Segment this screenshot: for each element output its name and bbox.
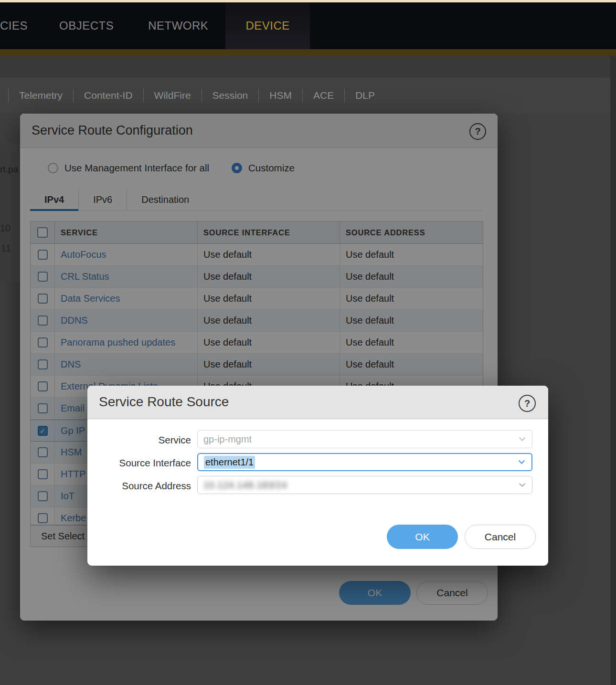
radio-button-icon[interactable]	[48, 163, 58, 173]
help-icon[interactable]: ?	[469, 123, 486, 140]
top-nav-network[interactable]: NETWORK	[131, 2, 225, 49]
top-nav-cies[interactable]: CIES	[0, 2, 42, 49]
chevron-down-icon[interactable]	[518, 435, 526, 443]
service-link[interactable]: AutoFocus	[61, 249, 106, 260]
source-interface-cell: Use default	[198, 354, 340, 375]
service-link[interactable]: IoT	[61, 491, 74, 502]
checkbox-icon[interactable]	[38, 250, 48, 260]
service-route-row[interactable]: Panorama pushed updatesUse defaultUse de…	[31, 332, 483, 354]
service-link[interactable]: DDNS	[61, 315, 88, 326]
ok-button[interactable]: OK	[387, 525, 458, 549]
chevron-down-icon[interactable]	[518, 481, 526, 489]
checkbox-icon[interactable]	[38, 359, 48, 369]
source-address-cell: Use default	[340, 266, 483, 287]
source-address-cell: Use default	[340, 354, 483, 375]
service-cell: DNS	[55, 354, 198, 375]
source-interface-cell: Use default	[198, 332, 340, 353]
top-nav-objects[interactable]: OBJECTS	[42, 2, 131, 49]
source-interface-cell: Use default	[198, 266, 340, 287]
source-address-cell: Use default	[340, 288, 483, 309]
tab-ipv6[interactable]: IPv6	[78, 189, 127, 211]
row-checkbox-cell	[31, 485, 55, 507]
checkbox-icon[interactable]	[38, 447, 48, 457]
row-checkbox-cell	[31, 442, 55, 463]
checkbox-icon[interactable]	[38, 513, 48, 523]
service-route-row[interactable]: AutoFocusUse defaultUse default	[31, 244, 483, 266]
service-cell: Data Services	[55, 288, 198, 309]
checkbox-checked-icon[interactable]: ✓	[38, 426, 48, 436]
dialog-header: Service Route Source ?	[87, 386, 548, 419]
service-link[interactable]: Kerbe	[61, 513, 86, 524]
row-checkbox-cell	[31, 376, 55, 397]
radio-button-selected-icon[interactable]	[232, 163, 242, 173]
top-nav-device[interactable]: DEVICE	[225, 2, 309, 49]
set-selected-label: Set Select	[41, 531, 85, 542]
ok-button[interactable]: OK	[339, 581, 411, 605]
sub-tab-wildfire[interactable]: WildFire	[143, 88, 202, 103]
column-header-service: SERVICE	[55, 221, 198, 243]
source-interface-cell: Use default	[198, 288, 340, 309]
header-band	[0, 56, 616, 78]
tab-destination[interactable]: Destination	[127, 189, 203, 211]
source-interface-value[interactable]: ethernet1/1	[204, 456, 255, 469]
checkbox-icon[interactable]	[38, 316, 48, 326]
service-link[interactable]: Panorama pushed updates	[61, 337, 175, 348]
version-tabs: IPv4 IPv6 Destination	[30, 189, 483, 211]
service-link[interactable]: Data Services	[61, 293, 120, 304]
source-interface-cell: Use default	[198, 310, 340, 331]
source-interface-field-label: Source Interface	[96, 457, 191, 469]
row-checkbox-cell: ✓	[31, 420, 55, 441]
service-route-row[interactable]: Data ServicesUse defaultUse default	[31, 288, 483, 310]
service-cell: AutoFocus	[55, 244, 198, 265]
sub-tab-session[interactable]: Session	[202, 88, 259, 103]
checkbox-icon[interactable]	[38, 337, 48, 348]
sub-tab-telemetry[interactable]: Telemetry	[8, 88, 73, 103]
service-link[interactable]: DNS	[61, 359, 81, 370]
service-route-row[interactable]: DNSUse defaultUse default	[31, 354, 483, 376]
tab-ipv4[interactable]: IPv4	[30, 189, 78, 211]
dialog-header: Service Route Configuration ?	[20, 114, 498, 148]
sub-tab-ace[interactable]: ACE	[302, 88, 344, 103]
source-address-dropdown[interactable]: 10.124.148.183/24	[197, 476, 532, 494]
source-address-value-obscured: 10.124.148.183/24	[203, 480, 287, 491]
source-interface-dropdown[interactable]: ethernet1/1	[197, 453, 532, 471]
row-checkbox-cell	[31, 354, 55, 375]
help-icon[interactable]: ?	[519, 395, 536, 412]
radio-label: Use Management Interface for all	[64, 162, 209, 174]
service-link[interactable]: HSM	[61, 447, 82, 458]
sub-tab-dlp[interactable]: DLP	[344, 88, 385, 103]
service-value: gp-ip-mgmt	[203, 434, 252, 445]
chevron-down-icon[interactable]	[518, 458, 526, 466]
checkbox-icon[interactable]	[38, 403, 48, 413]
service-link[interactable]: Email	[61, 403, 85, 414]
checkbox-icon[interactable]	[38, 469, 48, 479]
sub-tab-hsm[interactable]: HSM	[258, 88, 302, 103]
radio-customize[interactable]: Customize	[232, 162, 295, 174]
radio-label: Customize	[248, 162, 295, 174]
service-dropdown[interactable]: gp-ip-mgmt	[197, 430, 532, 448]
service-link[interactable]: CRL Status	[61, 271, 109, 282]
row-checkbox-cell	[31, 398, 55, 419]
background-row-number: 11	[1, 243, 11, 254]
service-route-row[interactable]: CRL StatusUse defaultUse default	[31, 266, 483, 288]
sub-tab-content-id[interactable]: Content-ID	[73, 88, 143, 103]
dialog-title: Service Route Source	[99, 386, 229, 418]
service-cell: CRL Status	[55, 266, 198, 287]
select-all-checkbox[interactable]	[37, 227, 48, 238]
cancel-button[interactable]: Cancel	[416, 581, 488, 605]
cancel-button[interactable]: Cancel	[465, 525, 536, 549]
row-checkbox-cell	[31, 464, 55, 485]
service-link[interactable]: HTTP	[61, 469, 85, 480]
service-link[interactable]: Gp IP	[61, 425, 85, 436]
service-route-row[interactable]: DDNSUse defaultUse default	[31, 310, 483, 332]
secondary-tab-bar: TelemetryContent-IDWildFireSessionHSMACE…	[0, 78, 616, 113]
checkbox-icon[interactable]	[38, 294, 48, 304]
checkbox-icon[interactable]	[38, 272, 48, 282]
row-checkbox-cell	[31, 266, 55, 287]
gold-accent-bar	[0, 49, 616, 56]
checkbox-icon[interactable]	[38, 491, 48, 501]
service-field-label: Service	[96, 434, 191, 446]
background-row-number: 10	[0, 223, 11, 234]
radio-use-management-interface[interactable]: Use Management Interface for all	[48, 162, 209, 174]
checkbox-icon[interactable]	[38, 381, 48, 391]
